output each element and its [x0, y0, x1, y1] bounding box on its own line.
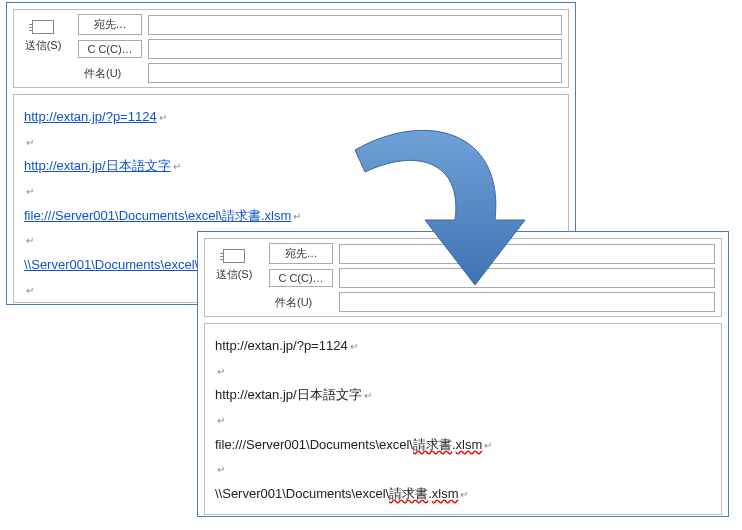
paragraph-mark: ↵ [26, 235, 34, 246]
cc-input[interactable] [339, 268, 715, 288]
header-fields: 宛先… C C(C)… 件名(U) [269, 243, 715, 312]
send-envelope-icon [32, 20, 54, 34]
paragraph-mark: ↵ [173, 161, 181, 172]
compose-header: 送信(S) 宛先… C C(C)… 件名(U) [204, 238, 722, 317]
paragraph-mark: ↵ [26, 186, 34, 197]
paragraph-mark: ↵ [484, 440, 492, 451]
paragraph-mark: ↵ [217, 464, 225, 475]
to-input[interactable] [339, 244, 715, 264]
cc-row: C C(C)… [78, 39, 562, 59]
paragraph-mark: ↵ [159, 112, 167, 123]
subject-input[interactable] [339, 292, 715, 312]
message-body[interactable]: http://extan.jp/?p=1124↵ ↵ http://extan.… [204, 323, 722, 515]
compose-header: 送信(S) 宛先… C C(C)… 件名(U) [13, 9, 569, 88]
body-hyperlink[interactable]: file:///Server001\Documents\excel\請求書.xl… [24, 208, 291, 223]
cc-button[interactable]: C C(C)… [78, 40, 142, 58]
to-row: 宛先… [78, 14, 562, 35]
paragraph-mark: ↵ [293, 211, 301, 222]
send-button[interactable]: 送信(S) [205, 243, 263, 284]
paragraph-mark: ↵ [217, 415, 225, 426]
body-text: file:///Server001\Documents\excel\請求書.xl… [215, 437, 482, 452]
to-row: 宛先… [269, 243, 715, 264]
to-button[interactable]: 宛先… [269, 243, 333, 264]
paragraph-mark: ↵ [26, 285, 34, 296]
send-button[interactable]: 送信(S) [14, 14, 72, 55]
body-hyperlink[interactable]: http://extan.jp/日本語文字 [24, 158, 171, 173]
cc-button[interactable]: C C(C)… [269, 269, 333, 287]
to-button[interactable]: 宛先… [78, 14, 142, 35]
cc-input[interactable] [148, 39, 562, 59]
body-text: http://extan.jp/?p=1124 [215, 338, 348, 353]
cc-row: C C(C)… [269, 268, 715, 288]
paragraph-mark: ↵ [460, 489, 468, 500]
subject-row: 件名(U) [78, 63, 562, 83]
send-label: 送信(S) [25, 38, 62, 53]
send-label: 送信(S) [216, 267, 253, 282]
subject-label: 件名(U) [78, 64, 142, 83]
paragraph-mark: ↵ [217, 514, 225, 515]
subject-input[interactable] [148, 63, 562, 83]
send-envelope-icon [223, 249, 245, 263]
paragraph-mark: ↵ [364, 390, 372, 401]
body-hyperlink[interactable]: http://extan.jp/?p=1124 [24, 109, 157, 124]
header-fields: 宛先… C C(C)… 件名(U) [78, 14, 562, 83]
subject-row: 件名(U) [269, 292, 715, 312]
to-input[interactable] [148, 15, 562, 35]
body-text: http://extan.jp/日本語文字 [215, 387, 362, 402]
paragraph-mark: ↵ [217, 366, 225, 377]
paragraph-mark: ↵ [26, 137, 34, 148]
paragraph-mark: ↵ [350, 341, 358, 352]
subject-label: 件名(U) [269, 293, 333, 312]
compose-window-after: 送信(S) 宛先… C C(C)… 件名(U) http://extan.jp/… [197, 231, 729, 517]
body-text: \\Server001\Documents\excel\請求書.xlsm [215, 486, 458, 501]
